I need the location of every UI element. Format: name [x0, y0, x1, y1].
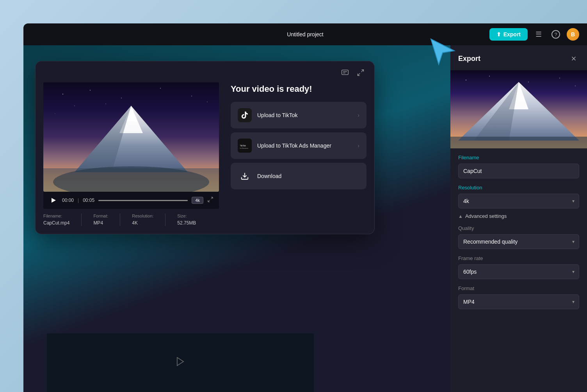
export-thumbnail — [450, 70, 587, 148]
quality-field: Quality Recommended quality ▾ — [450, 219, 587, 249]
svg-line-24 — [208, 200, 210, 202]
size-meta: Size: 52.75MB — [177, 214, 196, 226]
filename-field: Filename — [450, 148, 587, 178]
tiktok-ads-icon: TikTok for Business — [238, 139, 252, 153]
download-icon — [238, 169, 252, 183]
svg-point-8 — [90, 90, 91, 91]
svg-point-33 — [466, 80, 466, 80]
fullscreen-icon-button[interactable] — [355, 68, 366, 79]
filename-label: Filename — [458, 155, 579, 160]
progress-bar[interactable] — [98, 200, 188, 201]
top-bar-right: ⬆ Export ☰ ? B — [489, 28, 579, 41]
svg-point-7 — [62, 94, 63, 94]
advanced-chevron-icon: ▲ — [458, 214, 463, 219]
progress-fill — [98, 200, 188, 201]
help-icon: ? — [551, 30, 560, 39]
modal-top-icons — [36, 61, 374, 82]
svg-point-37 — [575, 86, 576, 86]
export-header: Export — [450, 45, 587, 70]
avatar[interactable]: B — [567, 28, 579, 41]
framerate-field: Frame rate 60fps ▾ — [450, 249, 587, 279]
quality-label: Quality — [458, 225, 579, 231]
svg-point-35 — [528, 82, 529, 82]
framerate-select[interactable]: 60fps — [458, 264, 579, 279]
filename-meta: Filename: CapCut.mp4 — [43, 214, 69, 226]
time-total: 00:05 — [83, 198, 94, 203]
svg-marker-22 — [52, 198, 56, 203]
export-upload-icon: ⬆ — [496, 31, 501, 37]
video-ready-modal: 00:00 | 00:05 4k — [35, 61, 375, 234]
time-current: 00:00 — [62, 198, 74, 203]
resolution-select-wrapper: 4k ▾ — [458, 194, 579, 208]
svg-line-4 — [361, 69, 364, 72]
meta-separator-3 — [165, 214, 165, 226]
resolution-select[interactable]: 4k — [458, 194, 579, 208]
svg-rect-1 — [342, 70, 349, 75]
video-meta: Filename: CapCut.mp4 Format: MP4 Resolut… — [43, 209, 219, 226]
framerate-select-wrapper: 60fps ▾ — [458, 264, 579, 279]
advanced-toggle-button[interactable]: ▲ Advanced settings — [458, 213, 507, 219]
svg-point-11 — [191, 96, 192, 96]
caption-icon — [341, 69, 349, 78]
svg-point-15 — [55, 113, 55, 114]
caption-icon-button[interactable] — [339, 68, 351, 79]
video-screen — [43, 82, 219, 192]
filename-input[interactable] — [458, 164, 579, 178]
quality-select-wrapper: Recommended quality ▾ — [458, 234, 579, 249]
upload-tiktok-ads-button[interactable]: TikTok for Business Upload to TikTok Ads… — [231, 132, 366, 159]
project-title: Untitled project — [287, 31, 323, 37]
framerate-label: Frame rate — [458, 255, 579, 261]
svg-line-23 — [211, 197, 213, 199]
svg-rect-41 — [450, 137, 587, 148]
options-panel: Your video is ready! Upload to TikTok › — [219, 82, 366, 226]
meta-separator-2 — [120, 214, 120, 226]
play-button[interactable] — [49, 196, 58, 205]
advanced-settings: ▲ Advanced settings — [450, 208, 587, 219]
top-bar: Untitled project ⬆ Export ☰ ? B — [23, 23, 587, 45]
format-label: Format — [458, 285, 579, 291]
svg-point-34 — [489, 76, 490, 77]
export-close-button[interactable] — [568, 53, 579, 64]
bottom-playback-area — [47, 333, 314, 392]
quality-select[interactable]: Recommended quality — [458, 234, 579, 249]
resolution-field: Resolution 4k ▾ — [450, 178, 587, 208]
svg-point-10 — [160, 88, 161, 89]
export-panel: Export — [450, 45, 587, 392]
video-controls: 00:00 | 00:05 4k — [43, 192, 219, 209]
export-button[interactable]: ⬆ Export — [489, 28, 528, 41]
video-fullscreen-button[interactable] — [207, 196, 213, 204]
svg-point-14 — [207, 102, 207, 102]
help-button[interactable]: ? — [550, 28, 562, 41]
format-field: Format MP4 ▾ — [450, 279, 587, 309]
export-panel-title: Export — [458, 55, 480, 63]
fullscreen-icon — [357, 69, 365, 78]
svg-text:TikTok: TikTok — [240, 144, 246, 147]
main-content: 00:00 | 00:05 4k — [23, 45, 450, 392]
modal-body: 00:00 | 00:05 4k — [36, 82, 374, 234]
resolution-meta: Resolution: 4K — [132, 214, 153, 226]
meta-separator-1 — [81, 214, 82, 226]
menu-button[interactable]: ☰ — [532, 28, 545, 41]
svg-line-5 — [358, 73, 360, 75]
ready-title: Your video is ready! — [231, 84, 366, 94]
bottom-play-button[interactable] — [175, 356, 186, 369]
tiktok-icon — [238, 108, 252, 122]
video-preview: 00:00 | 00:05 4k — [43, 82, 219, 226]
upload-tiktok-button[interactable]: Upload to TikTok › — [231, 102, 366, 128]
format-select[interactable]: MP4 — [458, 294, 579, 309]
svg-point-9 — [121, 98, 122, 98]
svg-text:for Business: for Business — [240, 147, 248, 149]
svg-marker-29 — [177, 358, 183, 366]
svg-point-13 — [105, 103, 106, 104]
menu-icon: ☰ — [535, 30, 542, 39]
format-select-wrapper: MP4 ▾ — [458, 294, 579, 309]
quality-badge: 4k — [192, 197, 203, 204]
tiktok-chevron-icon: › — [358, 112, 359, 118]
format-meta: Format: MP4 — [93, 214, 108, 226]
download-button[interactable]: Download — [231, 163, 366, 189]
svg-point-36 — [559, 78, 560, 78]
svg-point-12 — [74, 105, 75, 106]
tiktok-ads-chevron-icon: › — [358, 143, 359, 149]
resolution-label: Resolution — [458, 185, 579, 191]
